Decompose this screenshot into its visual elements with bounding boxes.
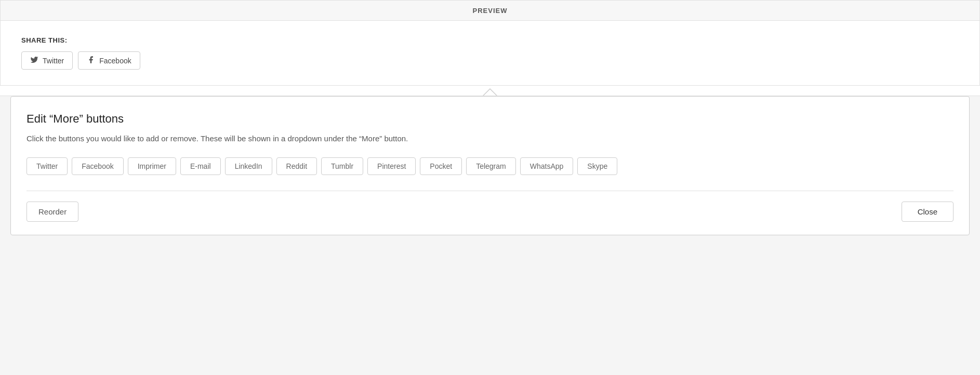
option-btn-facebook[interactable]: Facebook <box>72 157 123 175</box>
edit-footer: Reorder Close <box>27 202 953 222</box>
option-btn-email[interactable]: E-mail <box>180 157 221 175</box>
option-btn-reddit-label: Reddit <box>286 162 307 170</box>
facebook-icon <box>87 56 95 65</box>
facebook-button-label: Facebook <box>99 57 131 65</box>
edit-panel-description: Click the buttons you would like to add … <box>27 133 953 145</box>
caret-container <box>0 86 980 96</box>
option-btn-pocket[interactable]: Pocket <box>420 157 462 175</box>
option-btn-pinterest[interactable]: Pinterest <box>367 157 416 175</box>
share-buttons: Twitter Facebook <box>21 51 959 70</box>
option-btn-twitter[interactable]: Twitter <box>27 157 68 175</box>
preview-content: SHARE THIS: Twitter Facebook <box>1 21 979 85</box>
option-btn-imprimer[interactable]: Imprimer <box>128 157 176 175</box>
twitter-button-label: Twitter <box>43 57 64 65</box>
caret-up-icon <box>483 88 497 96</box>
preview-title: PREVIEW <box>473 7 508 15</box>
close-button[interactable]: Close <box>902 202 953 222</box>
edit-panel: Edit “More” buttons Click the buttons yo… <box>10 96 970 235</box>
option-btn-email-label: E-mail <box>190 162 211 170</box>
option-btn-reddit[interactable]: Reddit <box>276 157 317 175</box>
option-buttons-grid: Twitter Facebook Imprimer E-mail LinkedI… <box>27 157 953 175</box>
option-btn-skype-label: Skype <box>587 162 607 170</box>
share-label: SHARE THIS: <box>21 36 959 44</box>
option-btn-skype[interactable]: Skype <box>577 157 617 175</box>
option-btn-pinterest-label: Pinterest <box>377 162 406 170</box>
option-btn-whatsapp[interactable]: WhatsApp <box>520 157 574 175</box>
preview-header: PREVIEW <box>1 1 979 21</box>
twitter-share-button[interactable]: Twitter <box>21 51 73 70</box>
option-btn-telegram-label: Telegram <box>476 162 506 170</box>
option-btn-linkedin-label: LinkedIn <box>235 162 262 170</box>
option-btn-facebook-label: Facebook <box>82 162 113 170</box>
preview-section: PREVIEW SHARE THIS: Twitter Facebook <box>0 0 980 86</box>
reorder-button[interactable]: Reorder <box>27 202 78 222</box>
option-btn-whatsapp-label: WhatsApp <box>530 162 564 170</box>
option-btn-telegram[interactable]: Telegram <box>466 157 516 175</box>
facebook-share-button[interactable]: Facebook <box>78 51 140 70</box>
twitter-icon <box>30 56 38 65</box>
option-btn-tumblr[interactable]: Tumblr <box>321 157 363 175</box>
option-btn-linkedin[interactable]: LinkedIn <box>225 157 272 175</box>
option-btn-pocket-label: Pocket <box>430 162 452 170</box>
option-btn-tumblr-label: Tumblr <box>331 162 353 170</box>
option-btn-twitter-label: Twitter <box>36 162 58 170</box>
edit-panel-title: Edit “More” buttons <box>27 112 953 126</box>
option-btn-imprimer-label: Imprimer <box>138 162 166 170</box>
